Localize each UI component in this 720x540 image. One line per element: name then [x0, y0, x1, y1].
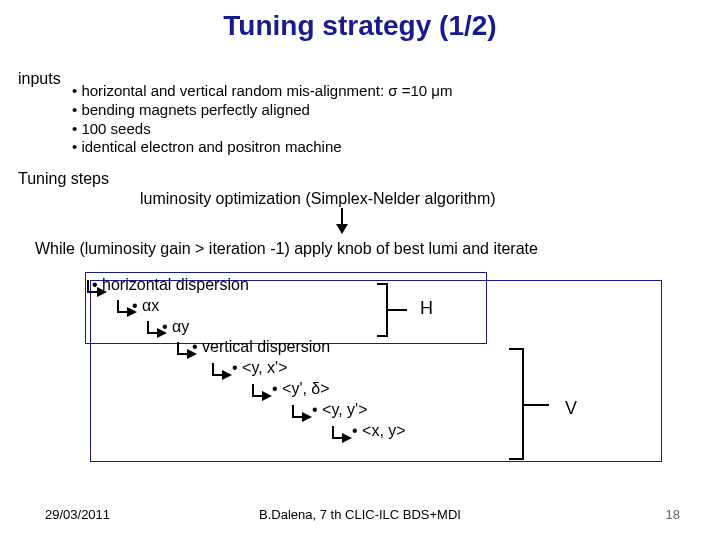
while-line: While (luminosity gain > iteration -1) a…: [35, 240, 538, 258]
inputs-list: horizontal and vertical random mis-align…: [72, 82, 452, 157]
v-label: V: [565, 398, 577, 419]
list-item: <y, x'>: [232, 359, 288, 376]
list-item: <y, y'>: [312, 401, 368, 418]
arrow-down-icon: [330, 206, 354, 236]
list-item: <x, y>: [352, 422, 406, 439]
list-item: αy: [162, 318, 189, 335]
list-item: bending magnets perfectly aligned: [72, 101, 452, 120]
cascade-list: horizontal dispersion αx αy vertical dis…: [92, 275, 406, 441]
list-item: identical electron and positron machine: [72, 138, 452, 157]
footer-page-number: 18: [666, 507, 680, 522]
lumi-opt-text: luminosity optimization (Simplex-Nelder …: [140, 190, 496, 208]
tuning-steps-label: Tuning steps: [18, 170, 109, 188]
list-item: vertical dispersion: [192, 338, 330, 355]
h-label: H: [420, 298, 433, 319]
list-item: 100 seeds: [72, 120, 452, 139]
slide-title: Tuning strategy (1/2): [0, 0, 720, 42]
list-item: αx: [132, 297, 159, 314]
footer-center: B.Dalena, 7 th CLIC-ILC BDS+MDI: [0, 507, 720, 522]
list-item: horizontal dispersion: [92, 276, 249, 293]
inputs-label: inputs: [18, 70, 61, 88]
list-item: horizontal and vertical random mis-align…: [72, 82, 452, 101]
list-item: <y', δ>: [272, 380, 330, 397]
svg-marker-1: [336, 224, 348, 234]
